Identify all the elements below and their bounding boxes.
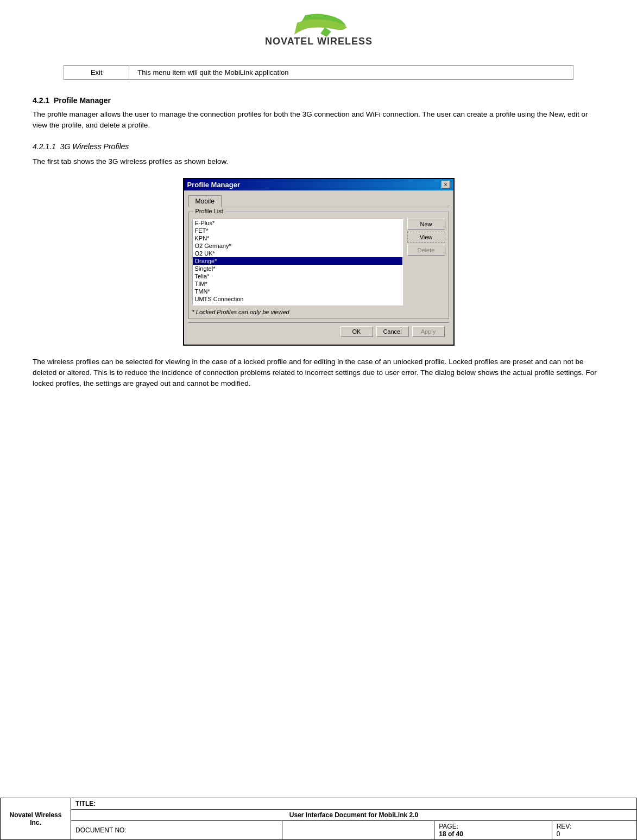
profile-buttons: New View Delete — [407, 219, 445, 306]
list-item[interactable]: KPN* — [193, 234, 402, 242]
dialog-close-button[interactable]: × — [442, 181, 450, 188]
profile-manager-dialog: Profile Manager × Mobile Profile List — [183, 178, 455, 346]
subsection-4211-title: 3G Wireless Profiles — [60, 142, 129, 151]
footer-rev-label: REV:0 — [552, 821, 636, 840]
list-item[interactable]: Singtel* — [193, 265, 402, 272]
tab-bar: Mobile — [188, 195, 449, 207]
subsection-4211-body: The first tab shows the 3G wireless prof… — [33, 156, 604, 167]
profile-listbox[interactable]: E-Plus*FET*KPN*O2 Germany*O2 UK*Orange*S… — [192, 219, 403, 306]
list-item[interactable]: O2 UK* — [193, 250, 402, 257]
body-text-after: The wireless profiles can be selected fo… — [33, 357, 604, 390]
menu-exit-description: This menu item will quit the MobiLink ap… — [129, 66, 573, 80]
svg-text:NOVATEL WIRELESS: NOVATEL WIRELESS — [264, 36, 372, 47]
profile-list-content: E-Plus*FET*KPN*O2 Germany*O2 UK*Orange*S… — [192, 219, 445, 306]
profile-list-legend: Profile List — [193, 208, 225, 214]
footer-doc-no-label: DOCUMENT NO: — [71, 821, 282, 840]
apply-button[interactable]: Apply — [412, 326, 445, 337]
menu-exit-label: Exit — [64, 66, 129, 80]
dialog-body: Mobile Profile List E-Plus*FET*KPN*O2 Ge… — [184, 190, 453, 345]
menu-table: Exit This menu item will quit the MobiLi… — [64, 65, 573, 80]
tab-mobile[interactable]: Mobile — [188, 195, 222, 207]
cancel-button[interactable]: Cancel — [376, 326, 409, 337]
locked-note: * Locked Profiles can only be viewed — [192, 309, 445, 315]
list-item[interactable]: O2 Germany* — [193, 242, 402, 250]
delete-button[interactable]: Delete — [407, 245, 445, 256]
section-421-heading: 4.2.1 Profile Manager — [33, 96, 604, 105]
profile-list-group: Profile List E-Plus*FET*KPN*O2 Germany*O… — [188, 212, 449, 319]
footer-company: Novatel WirelessInc. — [1, 798, 71, 840]
list-item[interactable]: UMTS Connection — [193, 295, 402, 303]
list-item[interactable]: TIM* — [193, 280, 402, 288]
subsection-4211-number: 4.2.1.1 — [33, 142, 56, 151]
footer-page-label: PAGE:18 of 40 — [434, 821, 552, 840]
list-item[interactable]: TMN* — [193, 288, 402, 295]
section-421-number: 4.2.1 — [33, 96, 49, 105]
footer-table: Novatel WirelessInc. TITLE: User Interfa… — [0, 798, 637, 840]
subsection-4211-heading: 4.2.1.1 3G Wireless Profiles — [33, 142, 604, 151]
section-421-title: Profile Manager — [54, 96, 111, 105]
dialog-title: Profile Manager — [187, 181, 241, 189]
header: NOVATEL WIRELESS — [0, 0, 637, 60]
list-item[interactable]: FET* — [193, 227, 402, 234]
footer-doc-no-value — [282, 821, 434, 840]
list-item[interactable]: E-Plus* — [193, 219, 402, 227]
dialog-wrapper: Profile Manager × Mobile Profile List — [33, 178, 604, 346]
list-item[interactable]: Telia* — [193, 272, 402, 280]
view-button[interactable]: View — [407, 232, 445, 243]
footer-area: Novatel WirelessInc. TITLE: User Interfa… — [0, 798, 637, 840]
footer-title-row: TITLE: — [71, 798, 637, 810]
logo: NOVATEL WIRELESS — [259, 11, 379, 54]
list-item[interactable]: Orange* — [193, 257, 402, 265]
new-button[interactable]: New — [407, 219, 445, 230]
ok-button[interactable]: OK — [340, 326, 373, 337]
section-421-body: The profile manager allows the user to m… — [33, 109, 604, 131]
dialog-titlebar: Profile Manager × — [184, 179, 453, 190]
dialog-footer: OK Cancel Apply — [188, 322, 449, 340]
footer-title-value: User Interface Document for MobiLink 2.0 — [71, 810, 637, 821]
